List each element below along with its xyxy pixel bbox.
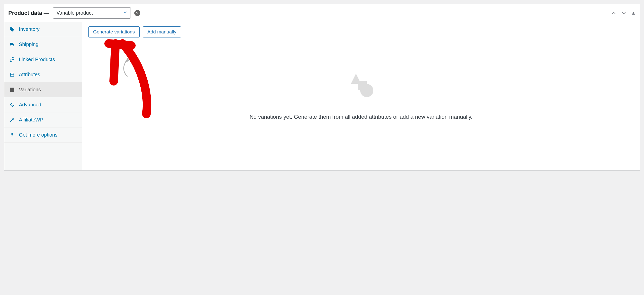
- sidebar-label: Linked Products: [19, 57, 55, 62]
- sidebar-item-get-more-options[interactable]: Get more options: [4, 128, 82, 143]
- move-down-icon[interactable]: [621, 10, 627, 16]
- sidebar-label: Attributes: [19, 72, 40, 77]
- svg-rect-2: [11, 73, 12, 74]
- empty-state-message: No variations yet. Generate them from al…: [250, 113, 472, 121]
- help-icon[interactable]: ?: [134, 10, 140, 16]
- empty-state-shapes-icon: [347, 72, 375, 99]
- chevron-down-icon: [123, 10, 128, 16]
- sidebar-item-linked-products[interactable]: Linked Products: [4, 52, 82, 67]
- sidebar: Inventory Shipping Linked Products Attri…: [4, 22, 82, 170]
- sidebar-item-affiliatewp[interactable]: AffiliateWP: [4, 112, 82, 128]
- variations-content: Generate variations Add manually No vari…: [82, 22, 640, 170]
- sidebar-item-advanced[interactable]: Advanced: [4, 97, 82, 112]
- generate-variations-button[interactable]: Generate variations: [88, 26, 140, 37]
- collapse-icon[interactable]: [631, 11, 636, 15]
- sidebar-label: Advanced: [19, 102, 41, 108]
- sidebar-label: Shipping: [19, 41, 38, 47]
- svg-marker-0: [632, 12, 635, 15]
- panel-header-controls: [611, 10, 636, 16]
- product-type-select[interactable]: Variable product: [53, 7, 131, 19]
- action-row: Generate variations Add manually: [88, 26, 634, 37]
- sidebar-item-shipping[interactable]: Shipping: [4, 37, 82, 52]
- tag-icon: [9, 27, 15, 32]
- link-icon: [9, 57, 15, 62]
- svg-rect-3: [12, 73, 14, 74]
- sidebar-label: Variations: [19, 87, 41, 93]
- panel-header: Product data — Variable product ?: [4, 4, 640, 22]
- sidebar-label: Inventory: [19, 26, 39, 32]
- wrench-icon: [9, 117, 15, 123]
- sidebar-item-variations[interactable]: Variations: [4, 82, 82, 97]
- product-type-value: Variable product: [57, 10, 93, 16]
- sidebar-item-inventory[interactable]: Inventory: [4, 22, 82, 37]
- sidebar-item-attributes[interactable]: Attributes: [4, 67, 82, 82]
- svg-point-10: [360, 84, 373, 97]
- move-up-icon[interactable]: [611, 10, 617, 16]
- empty-state: No variations yet. Generate them from al…: [88, 37, 634, 166]
- layout-icon: [9, 72, 15, 77]
- panel-body: Inventory Shipping Linked Products Attri…: [4, 22, 640, 170]
- add-manually-button[interactable]: Add manually: [143, 26, 181, 37]
- plug-icon: [9, 132, 15, 138]
- svg-rect-4: [11, 75, 14, 76]
- panel-title: Product data —: [8, 10, 49, 16]
- sidebar-label: AffiliateWP: [19, 117, 43, 123]
- header-divider: [146, 10, 146, 17]
- gear-icon: [9, 102, 15, 108]
- sidebar-label: Get more options: [19, 132, 57, 138]
- product-data-panel: Product data — Variable product ?: [4, 4, 640, 171]
- truck-icon: [9, 42, 15, 47]
- grid-icon: [9, 87, 15, 93]
